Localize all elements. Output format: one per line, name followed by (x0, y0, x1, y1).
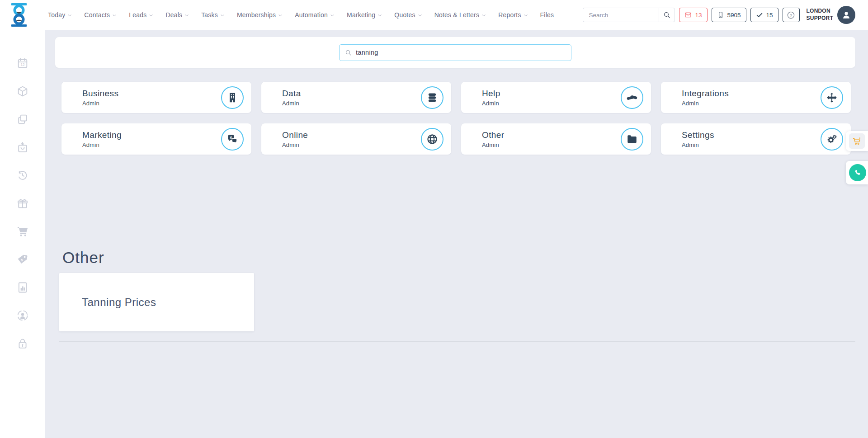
mail-notifications-button[interactable]: 13 (679, 8, 707, 22)
nav-label: Today (48, 11, 65, 19)
nav-item-leads[interactable]: Leads (129, 11, 153, 19)
handshake-icon (626, 92, 638, 104)
nav-label: Contacts (84, 11, 110, 19)
nav-item-contacts[interactable]: Contacts (84, 11, 117, 19)
mobile-phone-icon (717, 11, 724, 19)
nav-label: Files (540, 11, 554, 19)
nav-item-reports[interactable]: Reports (498, 11, 528, 19)
category-card-other[interactable]: Other Admin (461, 123, 651, 155)
category-card-business[interactable]: Business Admin (61, 82, 251, 113)
chevron-down-icon (524, 13, 528, 18)
search-result-card[interactable]: Tanning Prices (59, 273, 254, 331)
nav-label: Automation (295, 11, 328, 19)
category-card-online[interactable]: Online Admin (261, 123, 451, 155)
card-subtitle: Admin (682, 141, 815, 148)
card-icon-circle (221, 86, 244, 109)
chevron-down-icon (418, 13, 422, 18)
admin-search-panel (55, 37, 855, 68)
help-button[interactable] (783, 8, 800, 22)
card-subtitle: Admin (282, 141, 415, 148)
envelope-icon (684, 11, 692, 19)
app-logo[interactable] (8, 3, 30, 27)
shopping-cart-icon (852, 137, 862, 146)
user-name-line1: LONDON (807, 8, 833, 15)
user-name[interactable]: LONDON SUPPORT (807, 8, 833, 22)
sidebar-item-products[interactable] (16, 85, 29, 98)
card-subtitle: Admin (282, 100, 415, 107)
global-search-group (583, 8, 675, 22)
sidebar-item-security[interactable] (16, 337, 29, 350)
check-count: 15 (766, 12, 773, 19)
card-title: Help (482, 89, 615, 99)
search-icon (663, 11, 670, 19)
category-card-help[interactable]: Help Admin (461, 82, 651, 113)
sidebar-item-calendar[interactable] (16, 57, 29, 70)
user-name-line2: SUPPORT (807, 15, 833, 22)
package-icon (16, 85, 29, 98)
move-arrows-icon (826, 92, 838, 104)
category-card-marketing[interactable]: Marketing Admin (61, 123, 251, 155)
database-icon (426, 92, 438, 104)
building-icon (226, 92, 238, 104)
nav-label: Leads (129, 11, 146, 19)
nav-item-files[interactable]: Files (540, 11, 554, 19)
nav-item-notes-letters[interactable]: Notes & Letters (434, 11, 486, 19)
card-icon-circle (421, 86, 443, 109)
chevron-down-icon (184, 13, 189, 18)
search-icon (345, 49, 352, 56)
nav-label: Reports (498, 11, 521, 19)
card-icon-circle (821, 128, 843, 151)
card-subtitle: Admin (482, 141, 615, 148)
nav-item-deals[interactable]: Deals (165, 11, 189, 19)
chevron-down-icon (112, 13, 117, 18)
sidebar-item-reports[interactable] (16, 281, 29, 294)
global-search-input[interactable] (583, 8, 659, 22)
nav-label: Quotes (394, 11, 415, 19)
admin-search-input[interactable] (356, 49, 566, 56)
sidebar-item-pricing[interactable] (16, 253, 29, 266)
card-subtitle: Admin (682, 100, 815, 107)
sidebar-item-collect[interactable] (16, 141, 29, 154)
card-icon-circle (421, 128, 443, 151)
card-title: Marketing (82, 130, 215, 140)
results-section-heading: Other (62, 249, 104, 267)
nav-item-marketing[interactable]: Marketing (347, 11, 382, 19)
card-icon-circle (821, 86, 843, 109)
nav-item-tasks[interactable]: Tasks (201, 11, 225, 19)
category-card-data[interactable]: Data Admin (261, 82, 451, 113)
result-link-tanning-prices[interactable]: Tanning Prices (82, 296, 156, 309)
card-title: Integrations (682, 89, 815, 99)
nav-label: Notes & Letters (434, 11, 480, 19)
card-subtitle: Admin (82, 141, 215, 148)
global-search-button[interactable] (659, 8, 675, 22)
card-icon-circle (221, 128, 244, 151)
cart-chip (849, 133, 865, 149)
tasks-done-button[interactable]: 15 (750, 8, 778, 22)
sidebar-item-rewards[interactable] (16, 197, 29, 210)
sidebar-item-history[interactable] (16, 169, 29, 182)
sidebar-item-shop[interactable] (16, 225, 29, 238)
sidebar-item-account[interactable] (16, 309, 29, 322)
chevron-down-icon (149, 13, 153, 18)
avatar[interactable] (837, 6, 855, 24)
phone-extension-button[interactable]: 5905 (712, 8, 746, 22)
left-sidebar (0, 30, 45, 438)
topbar-right-cluster: 13 5905 15 LONDON SUPPORT (583, 6, 855, 24)
question-circle-icon (787, 11, 795, 19)
calendar-icon (16, 57, 29, 70)
gift-icon (16, 197, 29, 210)
chevron-down-icon (481, 13, 486, 18)
category-card-integrations[interactable]: Integrations Admin (661, 82, 851, 113)
nav-item-quotes[interactable]: Quotes (394, 11, 422, 19)
nav-item-today[interactable]: Today (48, 11, 72, 19)
top-navbar: Today Contacts Leads Deals Tasks Members… (0, 0, 868, 30)
history-icon (16, 169, 29, 182)
category-card-settings[interactable]: Settings Admin (661, 123, 851, 155)
nav-item-automation[interactable]: Automation (295, 11, 335, 19)
floating-cart-widget[interactable] (846, 131, 868, 151)
report-icon (16, 281, 29, 294)
nav-item-memberships[interactable]: Memberships (237, 11, 283, 19)
floating-phone-widget[interactable] (846, 161, 868, 184)
sidebar-item-duplicates[interactable] (16, 113, 29, 126)
card-subtitle: Admin (82, 100, 215, 107)
